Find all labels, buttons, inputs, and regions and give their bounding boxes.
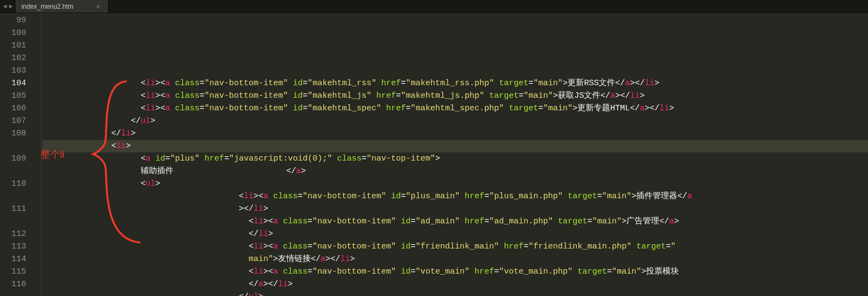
line-number: 101 [3,39,26,52]
line-number [3,140,26,152]
code-line[interactable]: </li> [43,127,868,140]
line-number: 116 [3,278,26,291]
nav-arrows: ◄ ► [0,0,16,13]
line-number: 104 [3,77,26,90]
code-line[interactable]: main">友情链接</a></li> [43,253,868,265]
code-line[interactable]: <li><a class="nav-bottom-item" id="vote_… [43,265,868,278]
line-number: 100 [3,27,26,39]
line-number: 112 [3,228,26,240]
line-number: 110 [3,177,26,190]
code-line[interactable]: 辅助插件 </a> [43,165,868,177]
line-number-gutter: 99100101102103104105106107108 109 110 11… [0,13,34,296]
code-line[interactable]: <ul> [43,177,868,190]
code-line[interactable]: <li><a class="nav-bottom-item" id="makeh… [43,90,868,102]
tab-index-menu2[interactable]: index_menu2.htm × [16,0,108,13]
code-line[interactable]: <li><a class="nav-bottom-item" id="frien… [43,240,868,253]
code-area[interactable]: 整个li <li><a class="nav-bottom-item" id="… [41,13,868,296]
tab-bar: ◄ ► index_menu2.htm × [0,0,868,13]
editor: 99100101102103104105106107108 109 110 11… [0,13,868,296]
line-number: 108 [3,127,26,140]
annotation-label: 整个li [40,149,64,161]
code-line[interactable]: ></li> [43,203,868,215]
line-number [3,215,26,228]
code-line[interactable]: </ul> [43,115,868,127]
line-number: 105 [3,90,26,102]
line-number: 106 [3,102,26,115]
line-number [3,190,26,203]
line-number [3,165,26,177]
line-number: 109 [3,152,26,165]
code-line[interactable]: <li> [43,140,868,152]
line-number: 103 [3,64,26,77]
code-line[interactable]: </ul> [43,291,868,296]
nav-forward-icon[interactable]: ► [9,3,13,10]
line-number: 115 [3,265,26,278]
line-number: 107 [3,115,26,127]
tab-title: index_menu2.htm [21,3,73,10]
nav-back-icon[interactable]: ◄ [3,3,7,10]
tab-close-icon[interactable]: × [94,2,103,11]
line-number: 102 [3,52,26,64]
line-number: 113 [3,240,26,253]
code-line[interactable]: <li><a class="nav-bottom-item" id="plus_… [43,190,868,203]
line-number: 114 [3,253,26,265]
code-line[interactable]: <li><a class="nav-bottom-item" id="makeh… [43,102,868,115]
code-line[interactable]: </a></li> [43,278,868,291]
code-line[interactable]: <a id="plus" href="javascript:void(0);" … [43,152,868,165]
code-line[interactable]: <li><a class="nav-bottom-item" id="ad_ma… [43,215,868,228]
code-line[interactable]: </li> [43,228,868,240]
code-line[interactable]: <li><a class="nav-bottom-item" id="makeh… [43,77,868,90]
line-number: 111 [3,203,26,215]
line-number: 99 [3,14,26,27]
